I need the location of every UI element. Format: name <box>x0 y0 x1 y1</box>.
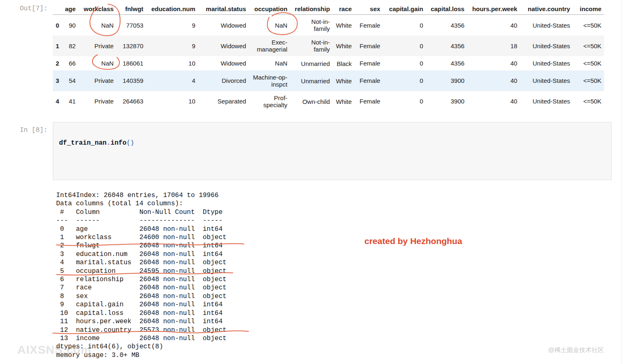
column-header: marital.status <box>198 3 249 15</box>
table-cell: Female <box>355 70 383 91</box>
table-cell: Private <box>78 35 116 56</box>
table-cell: Widowed <box>198 56 249 70</box>
table-cell: <=50K <box>573 70 604 91</box>
table-cell: 132870 <box>116 35 146 56</box>
table-row: 354Private1403594DivorcedMachine-op-insp… <box>53 70 604 91</box>
table-cell: 4 <box>146 70 198 91</box>
row-index: 3 <box>53 70 62 91</box>
code-method: info <box>111 139 126 147</box>
dataframe-output: ageworkclassfnlwgteducation.nummarital.s… <box>53 3 604 112</box>
table-cell: NaN <box>249 15 290 36</box>
table-cell: United-States <box>520 35 573 56</box>
dataframe-table: ageworkclassfnlwgteducation.nummarital.s… <box>53 3 604 112</box>
table-row: 182Private1328709WidowedExec-managerialN… <box>53 35 604 56</box>
table-header-row: ageworkclassfnlwgteducation.nummarital.s… <box>53 3 604 15</box>
table-cell-text: Own-child <box>303 98 330 105</box>
table-cell: <=50K <box>573 35 604 56</box>
table-cell: Widowed <box>198 35 249 56</box>
table-cell: 0 <box>383 56 426 70</box>
column-header: fnlwgt <box>116 3 146 15</box>
code-dot-operator: . <box>106 139 111 147</box>
table-cell: 82 <box>62 35 78 56</box>
column-header: capital.loss <box>426 3 467 15</box>
table-cell: 66 <box>62 56 78 70</box>
page-edge-divider <box>622 0 622 364</box>
table-cell: 90 <box>62 15 78 36</box>
table-cell: 54 <box>62 70 78 91</box>
table-cell: 3900 <box>426 91 467 112</box>
table-cell-text: White <box>336 98 352 105</box>
code-cell[interactable]: df_train_nan.info() <box>53 122 612 180</box>
table-cell: White <box>333 70 355 91</box>
table-cell: Black <box>333 56 355 70</box>
column-header: workclass <box>78 3 116 15</box>
table-cell: NaN <box>249 56 290 70</box>
table-cell: 40 <box>467 15 520 36</box>
table-cell: Female <box>355 56 383 70</box>
table-cell: Exec-managerial <box>249 35 290 56</box>
table-cell: 40 <box>467 91 520 112</box>
table-cell: Not-in-family <box>290 15 333 36</box>
table-cell-text: Not-in-family <box>297 18 330 32</box>
table-cell: Private <box>78 70 116 91</box>
table-cell: 18 <box>467 35 520 56</box>
info-output: Int64Index: 26048 entries, 17064 to 1996… <box>56 191 227 359</box>
table-cell: United-States <box>520 70 573 91</box>
table-cell: Prof-specialty <box>249 91 290 112</box>
table-cell: Not-in-family <box>290 35 333 56</box>
table-cell-text: White <box>336 22 352 29</box>
table-cell: 3900 <box>426 70 467 91</box>
table-cell: 186061 <box>116 56 146 70</box>
table-cell: Separated <box>198 91 249 112</box>
table-cell: Female <box>355 15 383 36</box>
table-cell-text: Unmarried <box>301 60 330 67</box>
table-cell: 9 <box>146 15 198 36</box>
table-cell: Unmarried <box>290 70 333 91</box>
table-cell: Female <box>355 91 383 112</box>
table-cell: NaN <box>78 15 116 36</box>
column-header: sex <box>355 3 383 15</box>
table-cell-text: Unmarried <box>301 77 330 85</box>
table-cell: United-States <box>520 15 573 36</box>
table-cell: 264663 <box>116 91 146 112</box>
column-header: native.country <box>520 3 573 15</box>
table-cell: 10 <box>146 91 198 112</box>
column-header: education.num <box>146 3 198 15</box>
table-cell-text: White <box>336 42 352 49</box>
table-cell: 4356 <box>426 15 467 36</box>
table-cell: 40 <box>467 56 520 70</box>
index-column-header <box>53 3 62 15</box>
table-cell: United-States <box>520 91 573 112</box>
table-cell: 77053 <box>116 15 146 36</box>
row-index: 2 <box>53 56 62 70</box>
out-prompt-label: Out[7]: <box>20 5 47 12</box>
table-cell: <=50K <box>573 56 604 70</box>
table-cell: 4356 <box>426 56 467 70</box>
table-cell: Divorced <box>198 70 249 91</box>
table-cell-text: White <box>336 77 352 85</box>
table-cell: White <box>333 15 355 36</box>
table-cell: 10 <box>146 56 198 70</box>
table-cell: 0 <box>383 70 426 91</box>
table-cell: Widowed <box>198 15 249 36</box>
in-prompt-label: In [8]: <box>20 127 47 134</box>
table-cell: White <box>333 35 355 56</box>
table-row: 090NaN770539WidowedNaNNot-in-familyWhite… <box>53 15 604 36</box>
row-index: 4 <box>53 91 62 112</box>
table-cell: Own-child <box>290 91 333 112</box>
code-variable: df_train_nan <box>59 139 106 147</box>
row-index: 0 <box>53 15 62 36</box>
column-header: occupation <box>249 3 290 15</box>
table-cell: NaN <box>78 56 116 70</box>
table-cell-text: Black <box>337 60 352 67</box>
table-cell: 9 <box>146 35 198 56</box>
table-cell: Female <box>355 35 383 56</box>
table-cell: United-States <box>520 56 573 70</box>
table-cell: 0 <box>383 35 426 56</box>
credit-text: created by Hezhonghua <box>364 236 462 246</box>
column-header: income <box>573 3 604 15</box>
row-index: 1 <box>53 35 62 56</box>
table-cell: <=50K <box>573 91 604 112</box>
column-header: hours.per.week <box>467 3 520 15</box>
table-cell: 40 <box>467 70 520 91</box>
